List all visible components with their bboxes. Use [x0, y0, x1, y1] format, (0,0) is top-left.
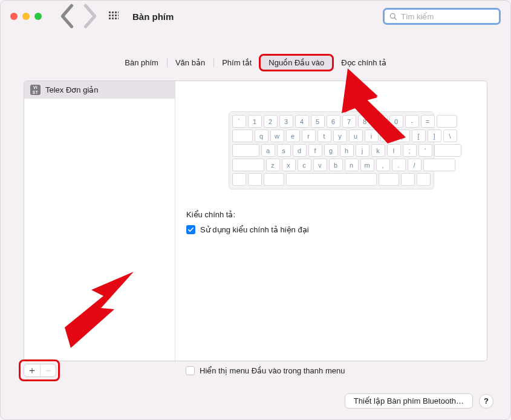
- keyboard-key: 4: [295, 115, 309, 128]
- keyboard-key: s: [277, 144, 291, 157]
- svg-rect-11: [118, 18, 119, 19]
- tab-nguồn-đầu-vào[interactable]: Nguồn Đầu vào: [260, 55, 333, 70]
- keyboard-key: 6: [327, 115, 340, 128]
- keyboard-key: q: [255, 130, 269, 142]
- search-input[interactable]: [401, 12, 503, 21]
- keyboard-key: d: [293, 144, 307, 157]
- keyboard-key: w: [270, 130, 284, 142]
- keyboard-key: ;: [403, 144, 417, 157]
- back-button[interactable]: [60, 8, 76, 24]
- bluetooth-keyboard-button[interactable]: Thiết lập Bàn phím Bluetooth…: [345, 393, 473, 409]
- keyboard-key: 5: [311, 115, 325, 128]
- keyboard-key: [232, 130, 253, 142]
- svg-rect-9: [112, 18, 114, 19]
- keyboard-key: =: [421, 115, 435, 128]
- tabs: Bàn phímVăn bảnPhím tắtNguồn Đầu vàoĐọc …: [1, 55, 510, 70]
- keyboard-key: [232, 159, 264, 171]
- keyboard-key: m: [360, 159, 374, 171]
- keyboard-key: i: [365, 130, 379, 142]
- keyboard-key: [401, 173, 415, 186]
- svg-rect-2: [115, 11, 117, 13]
- svg-rect-8: [109, 18, 111, 19]
- checkbox-unchecked-icon[interactable]: [186, 366, 195, 375]
- keyboard-key: [232, 173, 246, 186]
- grid-icon[interactable]: [106, 8, 122, 24]
- keyboard-key: c: [298, 159, 311, 171]
- add-button[interactable]: ＋: [24, 364, 40, 376]
- keyboard-preview: `1234567890-=qwertyuiop[]\asdfghjkl;'zxc…: [229, 111, 434, 189]
- keyboard-key: e: [286, 130, 300, 142]
- forward-button: [82, 8, 97, 24]
- keyboard-key: [423, 159, 455, 171]
- keyboard-key: y: [333, 130, 347, 142]
- keyboard-key: [379, 173, 399, 186]
- svg-rect-10: [115, 18, 117, 19]
- svg-rect-5: [112, 15, 114, 16]
- keyboard-key: [232, 144, 259, 157]
- keyboard-key: [286, 173, 377, 186]
- svg-rect-6: [115, 15, 117, 16]
- window-title: Bàn phím: [132, 11, 174, 22]
- remove-button: －: [40, 364, 56, 376]
- svg-rect-0: [109, 11, 111, 13]
- keyboard-key: j: [356, 144, 369, 157]
- keyboard-key: h: [340, 144, 354, 157]
- keyboard-key: n: [345, 159, 359, 171]
- svg-rect-1: [112, 11, 114, 13]
- keyboard-key: /: [408, 159, 421, 171]
- window-controls[interactable]: [10, 13, 42, 20]
- show-input-menu-checkbox[interactable]: Hiển thị menu Đầu vào trong thanh menu: [186, 366, 345, 375]
- search-field[interactable]: [383, 8, 501, 25]
- input-source-list: VI ST Telex Đơn giản: [24, 81, 175, 361]
- list-item-label: Telex Đơn giản: [45, 85, 99, 94]
- keyboard-key: k: [371, 144, 385, 157]
- svg-line-13: [394, 18, 396, 19]
- keyboard-key: a: [261, 144, 275, 157]
- keyboard-key: r: [302, 130, 316, 142]
- keyboard-key: 8: [358, 115, 372, 128]
- keyboard-key: u: [349, 130, 363, 142]
- keyboard-key: 3: [279, 115, 293, 128]
- close-window-icon[interactable]: [10, 13, 18, 20]
- keyboard-key: 9: [374, 115, 388, 128]
- keyboard-key: z: [266, 159, 280, 171]
- keyboard-key: [264, 173, 284, 186]
- svg-rect-4: [109, 15, 111, 16]
- keyboard-key: ]: [428, 130, 441, 142]
- keyboard-key: 0: [389, 115, 403, 128]
- keyboard-key: 1: [248, 115, 262, 128]
- keyboard-key: 7: [342, 115, 356, 128]
- keyboard-key: ': [418, 144, 432, 157]
- keyboard-key: [437, 115, 457, 128]
- list-item[interactable]: VI ST Telex Đơn giản: [24, 81, 175, 99]
- add-remove-group: ＋ －: [24, 364, 56, 377]
- keyboard-key: [248, 173, 262, 186]
- keyboard-key: t: [317, 130, 331, 142]
- tab-văn-bản[interactable]: Văn bản: [167, 55, 213, 70]
- keyboard-key: \: [443, 130, 457, 142]
- spelling-header: Kiểu chính tả:: [186, 210, 476, 219]
- keyboard-key: v: [313, 159, 327, 171]
- keyboard-key: x: [282, 159, 296, 171]
- svg-rect-3: [118, 11, 119, 13]
- keyboard-key: o: [380, 130, 394, 142]
- keyboard-key: [: [412, 130, 426, 142]
- keyboard-layout-icon: VI ST: [30, 85, 41, 95]
- tab-bàn-phím[interactable]: Bàn phím: [116, 55, 167, 70]
- search-icon: [389, 13, 397, 21]
- help-button[interactable]: ?: [479, 394, 493, 409]
- checkbox-checked-icon[interactable]: [186, 225, 195, 234]
- tab-phím-tắt[interactable]: Phím tắt: [213, 55, 260, 70]
- spelling-checkbox-label: Sử dụng kiểu chính tả hiện đại: [200, 225, 309, 234]
- keyboard-key: ,: [376, 159, 390, 171]
- tab-đọc-chính-tả[interactable]: Đọc chính tả: [333, 55, 395, 70]
- spelling-checkbox-row[interactable]: Sử dụng kiểu chính tả hiện đại: [186, 225, 476, 234]
- show-input-menu-label: Hiển thị menu Đầu vào trong thanh menu: [200, 366, 345, 375]
- maximize-window-icon[interactable]: [34, 13, 42, 20]
- keyboard-key: 2: [264, 115, 278, 128]
- keyboard-key: l: [387, 144, 401, 157]
- keyboard-key: .: [392, 159, 406, 171]
- minimize-window-icon[interactable]: [22, 13, 30, 20]
- keyboard-key: f: [308, 144, 322, 157]
- keyboard-key: p: [396, 130, 410, 142]
